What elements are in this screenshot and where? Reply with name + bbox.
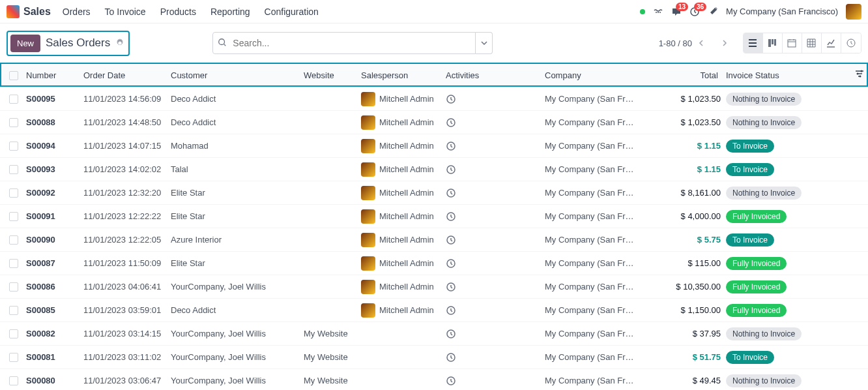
tools-icon[interactable] (708, 7, 718, 17)
nav-reporting[interactable]: Reporting (210, 7, 250, 17)
cell-number[interactable]: S00080 (23, 376, 81, 385)
header-invoice-status[interactable]: Invoice Status (723, 70, 788, 80)
row-checkbox[interactable] (9, 306, 18, 315)
column-options-icon[interactable] (855, 69, 864, 78)
app-name[interactable]: Sales (23, 6, 51, 18)
table-row[interactable]: S00086 11/01/2023 04:06:41 YourCompany, … (0, 275, 868, 299)
breadcrumb-title[interactable]: Sales Orders (46, 37, 110, 50)
cell-activities[interactable] (443, 258, 542, 269)
header-order-date[interactable]: Order Date (81, 70, 168, 80)
cell-number[interactable]: S00094 (23, 141, 81, 151)
row-checkbox[interactable] (9, 95, 18, 104)
table-row[interactable]: S00092 11/01/2023 12:32:20 Elite Star Mi… (0, 181, 868, 205)
cell-customer[interactable]: Deco Addict (168, 117, 301, 127)
table-row[interactable]: S00080 11/01/2023 03:06:47 YourCompany, … (0, 369, 868, 390)
cell-customer[interactable]: Elite Star (168, 211, 301, 221)
table-row[interactable]: S00090 11/01/2023 12:22:05 Azure Interio… (0, 228, 868, 252)
view-pivot-button[interactable] (802, 33, 822, 53)
cell-activities[interactable] (443, 211, 542, 222)
table-row[interactable]: S00081 11/01/2023 03:11:02 YourCompany, … (0, 346, 868, 369)
cell-number[interactable]: S00082 (23, 329, 81, 338)
cell-number[interactable]: S00085 (23, 305, 81, 315)
cell-customer[interactable]: YourCompany, Joel Willis (168, 329, 301, 338)
row-checkbox[interactable] (9, 329, 18, 338)
row-checkbox[interactable] (9, 235, 18, 245)
company-switcher[interactable]: My Company (San Francisco) (726, 7, 838, 16)
cell-number[interactable]: S00091 (23, 211, 81, 221)
cell-customer[interactable]: Deco Addict (168, 305, 301, 315)
cell-activities[interactable] (443, 329, 542, 339)
header-website[interactable]: Website (301, 70, 358, 80)
activities-icon[interactable]: 36 (689, 7, 700, 17)
row-checkbox[interactable] (9, 142, 18, 151)
pager-next-button[interactable] (721, 35, 736, 51)
view-list-button[interactable] (744, 33, 763, 53)
cell-customer[interactable]: YourCompany, Joel Willis (168, 282, 301, 292)
nav-to-invoice[interactable]: To Invoice (105, 7, 146, 17)
cell-number[interactable]: S00087 (23, 258, 81, 268)
table-row[interactable]: S00087 11/01/2023 11:50:09 Elite Star Mi… (0, 252, 868, 275)
header-activities[interactable]: Activities (443, 70, 542, 80)
row-checkbox[interactable] (9, 188, 18, 198)
cell-activities[interactable] (443, 94, 542, 104)
row-checkbox[interactable] (9, 353, 18, 362)
cell-customer[interactable]: Azure Interior (168, 235, 301, 245)
table-row[interactable]: S00091 11/01/2023 12:22:22 Elite Star Mi… (0, 205, 868, 228)
cell-number[interactable]: S00095 (23, 94, 81, 104)
cell-activities[interactable] (443, 235, 542, 245)
table-row[interactable]: S00088 11/01/2023 14:48:50 Deco Addict M… (0, 111, 868, 134)
cell-activities[interactable] (443, 282, 542, 292)
row-checkbox[interactable] (9, 212, 18, 221)
header-salesperson[interactable]: Salesperson (358, 70, 443, 80)
table-row[interactable]: S00082 11/01/2023 03:14:15 YourCompany, … (0, 322, 868, 346)
user-avatar[interactable] (846, 4, 861, 20)
cell-activities[interactable] (443, 164, 542, 175)
cell-activities[interactable] (443, 352, 542, 363)
cell-customer[interactable]: Elite Star (168, 188, 301, 198)
status-indicator-icon[interactable] (640, 9, 645, 14)
view-activity-button[interactable] (841, 33, 861, 53)
search-dropdown-button[interactable] (476, 32, 493, 54)
new-button[interactable]: New (10, 35, 40, 52)
cell-number[interactable]: S00090 (23, 235, 81, 245)
cell-activities[interactable] (443, 141, 542, 151)
row-checkbox[interactable] (9, 259, 18, 268)
cell-customer[interactable]: Deco Addict (168, 94, 301, 104)
row-checkbox[interactable] (9, 118, 18, 127)
nav-configuration[interactable]: Configuration (265, 7, 319, 17)
table-row[interactable]: S00094 11/01/2023 14:07:15 Mohamad Mitch… (0, 134, 868, 158)
nav-orders[interactable]: Orders (63, 7, 91, 17)
header-number[interactable]: Number (23, 70, 81, 80)
header-company[interactable]: Company (542, 70, 639, 80)
cell-activities[interactable] (443, 188, 542, 198)
cell-customer[interactable]: YourCompany, Joel Willis (168, 352, 301, 362)
cell-activities[interactable] (443, 376, 542, 386)
cell-number[interactable]: S00081 (23, 352, 81, 362)
cell-customer[interactable]: Elite Star (168, 258, 301, 268)
table-row[interactable]: S00095 11/01/2023 14:56:09 Deco Addict M… (0, 87, 868, 111)
row-checkbox[interactable] (9, 165, 18, 174)
row-checkbox[interactable] (9, 282, 18, 292)
messages-icon[interactable]: 13 (671, 7, 682, 17)
cell-number[interactable]: S00088 (23, 117, 81, 127)
row-checkbox[interactable] (9, 376, 18, 385)
cell-activities[interactable] (443, 117, 542, 128)
cell-customer[interactable]: Talal (168, 164, 301, 174)
select-all-checkbox[interactable] (9, 71, 18, 80)
gear-icon[interactable] (115, 38, 124, 48)
cell-customer[interactable]: Mohamad (168, 141, 301, 151)
debug-icon[interactable] (653, 7, 663, 17)
nav-products[interactable]: Products (160, 7, 196, 17)
pager-text[interactable]: 1-80 / 80 (659, 38, 692, 48)
cell-activities[interactable] (443, 305, 542, 316)
cell-number[interactable]: S00093 (23, 164, 81, 174)
table-row[interactable]: S00093 11/01/2023 14:02:02 Talal Mitchel… (0, 158, 868, 181)
view-graph-button[interactable] (822, 33, 841, 53)
view-calendar-button[interactable] (783, 33, 802, 53)
cell-customer[interactable]: YourCompany, Joel Willis (168, 376, 301, 385)
table-row[interactable]: S00085 11/01/2023 03:59:01 Deco Addict M… (0, 299, 868, 322)
header-total[interactable]: Total (639, 70, 723, 80)
view-kanban-button[interactable] (763, 33, 783, 53)
search-input[interactable] (212, 32, 476, 54)
cell-number[interactable]: S00086 (23, 282, 81, 292)
